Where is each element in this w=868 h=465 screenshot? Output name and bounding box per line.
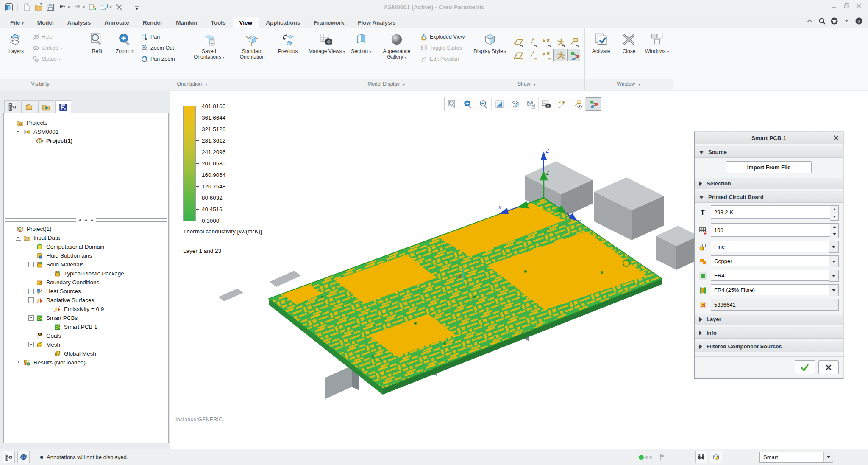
dropdown-arrow-icon[interactable]: ▾ <box>110 5 112 9</box>
section-button[interactable]: Section ▾ <box>348 30 375 55</box>
display-style-button[interactable]: Display Style ▾ <box>472 30 508 55</box>
search-mode-select[interactable]: Smart <box>760 452 833 463</box>
collapse-expander-icon[interactable]: − <box>28 315 34 321</box>
field-select[interactable]: Copper <box>711 255 829 266</box>
learning-connector-icon[interactable] <box>830 17 838 26</box>
tree-item-projects[interactable]: Projects <box>4 118 168 127</box>
tree-item-emissivity-0-9[interactable]: Emissivity = 0.9 <box>4 305 168 314</box>
save-icon[interactable] <box>46 3 55 12</box>
tree-item-project-1-[interactable]: Project(1) <box>4 224 168 233</box>
tree-item-input-data[interactable]: −Input Data <box>4 233 168 242</box>
section-info[interactable]: Info <box>695 327 843 339</box>
tab-tools[interactable]: Tools <box>204 17 233 28</box>
group-label[interactable]: Show ▼ <box>469 79 584 90</box>
csys-tag-icon[interactable] <box>553 49 566 61</box>
tab-flow-analysis[interactable]: Flow Analysis <box>351 17 403 28</box>
tree-item-project-1-[interactable]: Project(1) <box>4 136 168 145</box>
manage-views-button[interactable]: Manage Views ▾ <box>307 30 347 55</box>
close-button[interactable]: Close <box>615 30 643 54</box>
vp-annotation-filters-icon[interactable] <box>570 97 586 111</box>
tree-item-heat-sources[interactable]: +Heat Sources <box>4 287 168 296</box>
group-label[interactable]: Window ▼ <box>585 79 673 90</box>
tab-file[interactable]: File▾ <box>3 17 31 28</box>
select-arrow-icon[interactable] <box>829 255 839 267</box>
dropdown-arrow-icon[interactable]: ▾ <box>83 5 85 9</box>
tab-manikin[interactable]: Manikin <box>169 17 204 28</box>
vp-zoom-out-icon[interactable] <box>476 97 492 111</box>
tree-item-radiative-surfaces[interactable]: −Radiative Surfaces <box>4 296 168 305</box>
tab-model[interactable]: Model <box>31 17 61 28</box>
field-select[interactable]: Fine <box>711 241 829 252</box>
restore-icon[interactable] <box>843 3 850 10</box>
field-input[interactable]: 100 <box>711 223 830 237</box>
tab-framework[interactable]: Framework <box>307 17 351 28</box>
zoom-in-button[interactable]: Zoom In <box>111 30 139 54</box>
axis-display-icon[interactable] <box>525 36 538 48</box>
dialog-title-bar[interactable]: Smart PCB 1 <box>695 132 843 144</box>
tree-item-smart-pcbs[interactable]: −Smart PCBs <box>4 314 168 322</box>
saved-orientations-button[interactable]: g stroke="#7c8288" stroke-width="1">Save… <box>188 30 230 60</box>
pan-button[interactable]: Pan <box>139 31 187 42</box>
tree-item-boundary-conditions[interactable]: Boundary Conditions <box>4 278 168 287</box>
close-icon[interactable] <box>856 3 862 10</box>
tree-item-fluid-subdomains[interactable]: Fluid Subdomains <box>4 251 168 260</box>
search-icon[interactable] <box>818 17 826 26</box>
cancel-button[interactable] <box>818 360 839 374</box>
collapse-expander-icon[interactable]: − <box>28 262 34 267</box>
spin-center-icon[interactable] <box>567 49 580 61</box>
section-source[interactable]: Source <box>695 146 843 158</box>
dropdown-arrow-icon[interactable]: ▾ <box>68 5 70 9</box>
customize-toolbar-icon[interactable] <box>133 3 142 12</box>
navigator-tab-model-tree[interactable] <box>4 100 20 113</box>
collapse-ribbon-icon[interactable] <box>806 17 814 26</box>
tree-item-smart-pcb-1[interactable]: Smart PCB 1 <box>4 322 168 331</box>
activate-button[interactable]: Activate <box>587 30 615 54</box>
ok-button[interactable] <box>795 360 815 374</box>
spinner-arrows[interactable] <box>830 223 839 238</box>
tree-item-results-not-loaded-[interactable]: +Results (Not loaded) <box>4 358 168 367</box>
tree-item-goals[interactable]: Goals <box>4 331 168 340</box>
dialog-close-icon[interactable] <box>832 134 840 141</box>
field-select[interactable]: FR4 (25% Fibre) <box>711 284 829 295</box>
import-from-file-button[interactable]: Import From File <box>726 161 812 173</box>
find-icon[interactable] <box>695 451 707 463</box>
tab-analysis[interactable]: Analysis <box>61 17 98 28</box>
minimize-icon[interactable] <box>831 3 837 10</box>
point-tag-icon[interactable] <box>539 49 552 61</box>
window-switch-icon[interactable] <box>100 3 108 12</box>
field-input[interactable]: 293.2 K <box>711 205 830 219</box>
collapse-expander-icon[interactable]: − <box>16 235 21 241</box>
tree-item-solid-materials[interactable]: −Solid Materials <box>4 260 168 269</box>
navigator-tab-folder-browser[interactable] <box>21 100 37 113</box>
navigator-tab-favorites[interactable] <box>38 100 54 113</box>
previous-button[interactable]: Previous <box>274 30 301 54</box>
close-window-icon[interactable] <box>115 3 124 12</box>
tab-applications[interactable]: Applications <box>259 17 307 28</box>
select-arrow-icon[interactable] <box>823 452 833 462</box>
windows-button[interactable]: Windows ▾ <box>643 30 670 55</box>
tab-view[interactable]: View <box>233 17 259 28</box>
vp-display-style-icon[interactable] <box>507 97 523 111</box>
vp-zoom-in-icon[interactable] <box>460 97 476 111</box>
undo-icon[interactable] <box>58 3 67 12</box>
expand-expander-icon[interactable]: + <box>28 289 34 294</box>
vp-saved-orientations-icon[interactable] <box>523 97 539 111</box>
regenerate-icon[interactable] <box>88 3 97 12</box>
vp-datum-filters-icon[interactable] <box>554 97 570 111</box>
csys-display-icon[interactable] <box>553 36 566 48</box>
exploded-view-button[interactable]: Exploded View <box>419 31 466 42</box>
tab-render[interactable]: Render <box>136 17 170 28</box>
section-selection[interactable]: Selection <box>695 178 843 189</box>
redo-icon[interactable] <box>73 3 82 12</box>
collapse-expander-icon[interactable]: − <box>28 342 34 347</box>
vp-refit-icon[interactable] <box>445 97 460 111</box>
section-layer[interactable]: Layer <box>695 314 843 325</box>
tree-item-mesh[interactable]: −Mesh <box>4 340 168 349</box>
annotation-display-icon[interactable] <box>567 36 580 48</box>
vp-spin-center-icon[interactable] <box>586 97 601 111</box>
section-filtered-component-sources[interactable]: Filtered Component Sources <box>695 341 843 352</box>
help-icon[interactable]: ? <box>855 17 863 26</box>
component-icon[interactable] <box>710 451 722 463</box>
zoom-out-button[interactable]: Zoom Out <box>139 42 187 53</box>
axis-tag-icon[interactable] <box>525 49 538 61</box>
